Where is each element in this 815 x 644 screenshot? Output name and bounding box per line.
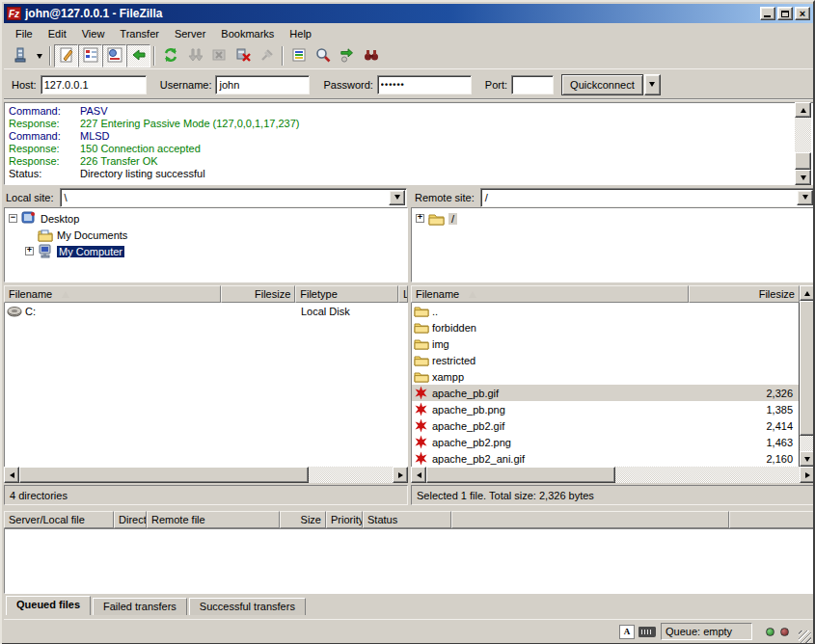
tree-item-my-documents[interactable]: My Documents bbox=[5, 227, 407, 243]
file-row[interactable]: apache_pb2.png1,463 bbox=[412, 434, 799, 450]
host-input[interactable] bbox=[41, 75, 147, 94]
column-header-filename[interactable]: Filename bbox=[4, 285, 221, 303]
disconnect-button[interactable] bbox=[231, 44, 255, 67]
port-input[interactable] bbox=[511, 75, 554, 94]
remote-list-horizontal-scrollbar[interactable] bbox=[411, 467, 815, 483]
column-header-filetype[interactable]: Filetype bbox=[295, 285, 398, 303]
tree-item-my-computer[interactable]: + My Computer bbox=[5, 243, 407, 259]
scrollbar-thumb[interactable] bbox=[426, 467, 615, 483]
scrollbar-thumb[interactable] bbox=[800, 301, 815, 436]
remote-tree-icon bbox=[107, 47, 122, 65]
title-bar[interactable]: Fz john@127.0.0.1 - FileZilla × bbox=[4, 4, 813, 23]
menu-server[interactable]: Server bbox=[167, 26, 213, 41]
minimize-button[interactable] bbox=[760, 7, 775, 20]
close-button[interactable]: × bbox=[795, 7, 810, 20]
directory-listing-filters-button[interactable] bbox=[286, 44, 311, 67]
site-manager-button[interactable] bbox=[8, 44, 32, 67]
queue-list[interactable] bbox=[4, 528, 815, 594]
log-text: Directory listing successful bbox=[80, 168, 205, 180]
message-log-scrollbar[interactable] bbox=[795, 102, 811, 185]
remote-site-combobox[interactable]: / bbox=[480, 188, 815, 207]
file-row[interactable]: apache_pb2_ani.gif2,160 bbox=[412, 450, 799, 467]
synchronized-browsing-button[interactable] bbox=[335, 44, 359, 67]
remote-list-vertical-scrollbar[interactable] bbox=[800, 285, 815, 467]
log-label: Status: bbox=[9, 168, 80, 180]
menu-transfer[interactable]: Transfer bbox=[112, 26, 167, 41]
toggle-transfer-queue-button[interactable] bbox=[126, 44, 150, 67]
toggle-remote-tree-button[interactable] bbox=[102, 44, 126, 67]
port-label: Port: bbox=[485, 79, 507, 91]
folder-icon bbox=[414, 370, 429, 383]
local-site-combobox[interactable]: \ bbox=[60, 188, 407, 207]
password-input[interactable] bbox=[377, 75, 472, 94]
tree-item-desktop[interactable]: − Desktop bbox=[5, 210, 407, 227]
file-row-selected[interactable]: apache_pb.gif2,326 bbox=[412, 385, 799, 401]
tab-queued-files[interactable]: Queued files bbox=[6, 596, 91, 615]
file-row[interactable]: img bbox=[412, 335, 799, 352]
refresh-button[interactable] bbox=[158, 44, 182, 67]
scroll-right-button[interactable] bbox=[800, 467, 815, 483]
scroll-up-button[interactable] bbox=[795, 102, 811, 118]
file-row[interactable]: forbidden bbox=[412, 319, 799, 335]
file-row[interactable]: xampp bbox=[412, 368, 799, 385]
expand-icon[interactable]: + bbox=[25, 247, 34, 255]
username-input[interactable] bbox=[215, 75, 310, 94]
menu-edit[interactable]: Edit bbox=[41, 26, 74, 41]
column-header-size[interactable]: Size bbox=[280, 511, 326, 528]
quickconnect-dropdown-button[interactable] bbox=[644, 74, 661, 95]
file-row[interactable]: .. bbox=[412, 303, 799, 319]
scroll-down-button[interactable] bbox=[795, 170, 811, 185]
directory-comparison-button[interactable] bbox=[359, 44, 383, 67]
menu-view[interactable]: View bbox=[74, 26, 113, 41]
menu-file[interactable]: File bbox=[8, 26, 41, 41]
tree-item-root[interactable]: + / bbox=[412, 210, 814, 227]
scrollbar-track[interactable] bbox=[795, 118, 811, 152]
process-queue-button[interactable] bbox=[182, 44, 206, 67]
toggle-local-tree-button[interactable] bbox=[78, 44, 102, 67]
remote-site-dropdown-button[interactable] bbox=[797, 190, 813, 205]
column-header-filesize[interactable]: Filesize bbox=[689, 285, 800, 303]
toggle-message-log-button[interactable] bbox=[54, 44, 78, 67]
file-row[interactable]: restricted bbox=[412, 352, 799, 368]
column-header-filename[interactable]: Filename bbox=[411, 285, 689, 303]
folder-icon bbox=[414, 354, 429, 366]
scrollbar-thumb[interactable] bbox=[19, 467, 309, 483]
refresh-icon bbox=[163, 47, 178, 65]
scrollbar-track[interactable] bbox=[800, 436, 815, 451]
tab-successful-transfers[interactable]: Successful transfers bbox=[189, 598, 306, 615]
maximize-button[interactable] bbox=[777, 7, 793, 20]
menu-help[interactable]: Help bbox=[282, 26, 319, 41]
expand-icon[interactable]: + bbox=[416, 214, 424, 223]
cancel-operation-button[interactable] bbox=[206, 44, 231, 67]
scroll-down-button[interactable] bbox=[800, 451, 815, 467]
column-header-lastmodified[interactable]: L bbox=[398, 285, 408, 303]
column-header-filesize[interactable]: Filesize bbox=[221, 285, 295, 303]
file-row[interactable]: apache_pb2.gif2,414 bbox=[412, 417, 799, 434]
scroll-right-button[interactable] bbox=[393, 467, 408, 483]
scroll-left-button[interactable] bbox=[4, 467, 19, 483]
resize-grip[interactable] bbox=[799, 631, 811, 643]
scroll-up-button[interactable] bbox=[800, 285, 815, 301]
speed-limit-badge-icon[interactable] bbox=[638, 627, 656, 637]
file-search-button[interactable] bbox=[311, 44, 335, 67]
scrollbar-track[interactable] bbox=[615, 467, 800, 483]
column-header-status[interactable]: Status bbox=[363, 511, 451, 528]
local-list-horizontal-scrollbar[interactable] bbox=[4, 467, 408, 483]
column-header-server-local-file[interactable]: Server/Local file bbox=[4, 511, 114, 528]
transfer-type-ascii-icon[interactable]: A bbox=[619, 625, 635, 639]
column-header-remote-file[interactable]: Remote file bbox=[147, 511, 280, 528]
scrollbar-track[interactable] bbox=[309, 467, 393, 483]
column-header-priority[interactable]: Priority bbox=[326, 511, 363, 528]
file-row[interactable]: apache_pb.png1,385 bbox=[412, 401, 799, 417]
reconnect-button[interactable] bbox=[255, 44, 279, 67]
scrollbar-thumb[interactable] bbox=[795, 152, 811, 170]
column-header-direction[interactable]: Directi... bbox=[114, 511, 147, 528]
quickconnect-button[interactable]: Quickconnect bbox=[561, 74, 643, 95]
file-row-c-drive[interactable]: C: Local Disk bbox=[5, 303, 408, 319]
menu-bookmarks[interactable]: Bookmarks bbox=[213, 26, 282, 41]
site-manager-dropdown-button[interactable] bbox=[32, 44, 46, 67]
local-site-dropdown-button[interactable] bbox=[389, 190, 405, 205]
scroll-left-button[interactable] bbox=[411, 467, 426, 483]
collapse-icon[interactable]: − bbox=[9, 214, 17, 223]
tab-failed-transfers[interactable]: Failed transfers bbox=[93, 598, 187, 615]
